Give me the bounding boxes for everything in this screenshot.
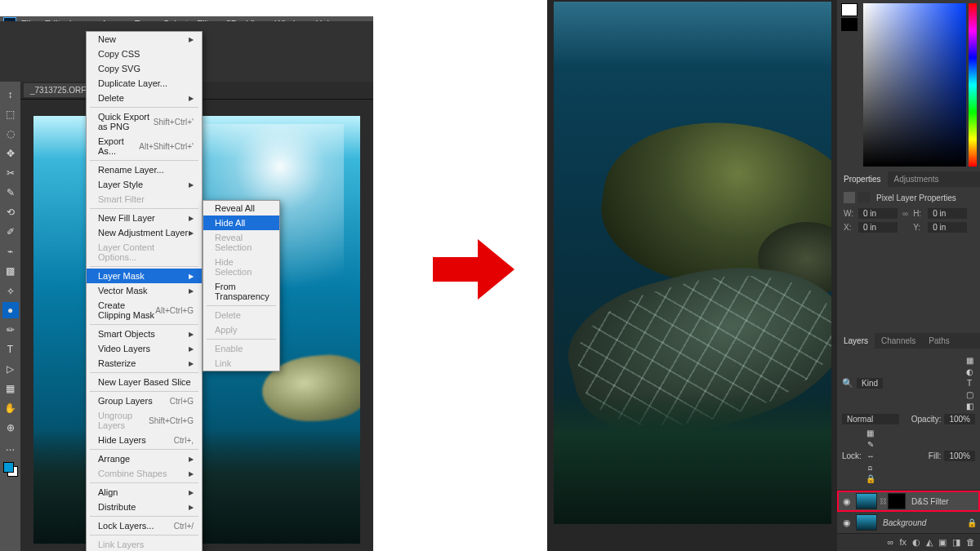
menu-item[interactable]: Group LayersCtrl+G — [87, 393, 202, 408]
tab-paths[interactable]: Paths — [922, 333, 956, 349]
layers-footer-icon[interactable]: ◨ — [952, 537, 960, 548]
tool-15[interactable]: ▦ — [2, 380, 19, 397]
tab-layers[interactable]: Layers — [837, 333, 875, 349]
mask-thumbnail[interactable] — [888, 493, 906, 509]
layer-fill-value[interactable]: 100% — [944, 451, 975, 461]
blend-mode-select[interactable]: Normal — [842, 414, 899, 424]
tool-14[interactable]: ▷ — [2, 361, 19, 377]
height-value[interactable]: 0 in — [928, 208, 967, 219]
tool-8[interactable]: ⌁ — [2, 243, 19, 260]
tab-adjustments[interactable]: Adjustments — [888, 171, 946, 187]
tool-17[interactable]: ⊕ — [2, 420, 19, 436]
menu-item: Link Layers — [87, 537, 202, 551]
menu-item[interactable]: Video Layers▶ — [87, 341, 202, 356]
layer-row[interactable]: ◉⛓D&S Filter — [837, 491, 980, 512]
layers-footer-icon[interactable]: fx — [899, 537, 906, 548]
menu-item[interactable]: Duplicate Layer... — [87, 76, 202, 91]
color-field[interactable] — [863, 3, 966, 167]
foreground-swatch[interactable] — [841, 3, 858, 16]
filter-type-icon[interactable]: ◐ — [964, 366, 975, 377]
menu-item[interactable]: New Fill Layer▶ — [87, 211, 202, 225]
lock-option-icon[interactable]: ✎ — [865, 438, 876, 450]
layers-footer-icon[interactable]: ◐ — [912, 537, 920, 548]
menu-item[interactable]: Copy CSS — [87, 47, 202, 61]
layer-opacity-value[interactable]: 100% — [944, 414, 975, 424]
filter-type-icon[interactable]: ◧ — [964, 400, 975, 411]
filter-type-icon[interactable]: ▦ — [964, 354, 975, 366]
layers-footer-icon[interactable]: 🗑 — [966, 537, 975, 548]
menu-item[interactable]: Quick Export as PNGShift+Ctrl+' — [87, 109, 202, 134]
layer-name[interactable]: Background — [880, 518, 967, 527]
menu-item[interactable]: Hide LayersCtrl+, — [87, 433, 202, 447]
tool-6[interactable]: ⟲ — [2, 204, 19, 220]
tool-13[interactable]: T — [2, 341, 19, 358]
layers-footer-icon[interactable]: ◭ — [926, 537, 933, 548]
y-value[interactable]: 0 in — [928, 222, 967, 233]
layer-name[interactable]: D&S Filter — [908, 497, 977, 506]
submenu-item[interactable]: Reveal All — [203, 201, 279, 216]
layers-footer-icon[interactable]: ▣ — [938, 537, 947, 548]
menu-item[interactable]: Smart Objects▶ — [87, 327, 202, 341]
menu-item[interactable]: Copy SVG — [87, 61, 202, 76]
tool-16[interactable]: ✋ — [2, 400, 19, 416]
lock-option-icon[interactable]: 🔒 — [865, 473, 876, 484]
tool-2[interactable]: ◌ — [2, 126, 19, 142]
tool-5[interactable]: ✎ — [2, 184, 19, 201]
layer-row[interactable]: ◉Background🔒 — [837, 512, 980, 533]
image-content — [554, 2, 831, 67]
submenu-item: Enable — [203, 341, 279, 356]
x-value[interactable]: 0 in — [858, 222, 898, 233]
tool-1[interactable]: ⬚ — [2, 106, 19, 122]
submenu-item[interactable]: Hide All — [203, 216, 279, 230]
tool-11[interactable]: ● — [2, 302, 19, 318]
tab-properties[interactable]: Properties — [837, 171, 888, 187]
visibility-icon[interactable]: ◉ — [840, 496, 853, 507]
layer-thumbnail[interactable] — [856, 493, 877, 509]
menu-item[interactable]: New Layer Based Slice — [87, 375, 202, 389]
menu-item[interactable]: Export As...Alt+Shift+Ctrl+' — [87, 134, 202, 158]
menu-item[interactable]: Arrange▶ — [87, 451, 202, 466]
link-wh-icon[interactable]: ∞ — [902, 209, 908, 218]
link-icon[interactable]: ⛓ — [880, 497, 888, 505]
width-value[interactable]: 0 in — [858, 208, 898, 219]
lock-option-icon[interactable]: ↔ — [865, 450, 876, 461]
search-icon[interactable]: 🔍 — [842, 378, 853, 389]
menu-item[interactable]: Align▶ — [87, 485, 202, 500]
tool-10[interactable]: ⟡ — [2, 282, 19, 299]
menu-item[interactable]: Create Clipping MaskAlt+Ctrl+G — [87, 298, 202, 322]
filter-type-icon[interactable]: ▢ — [964, 389, 975, 400]
tool-0[interactable]: ↕ — [2, 87, 19, 103]
hue-slider[interactable] — [969, 3, 977, 167]
menu-item[interactable]: Vector Mask▶ — [87, 283, 202, 298]
tab-channels[interactable]: Channels — [875, 333, 922, 349]
submenu-item[interactable]: From Transparency — [203, 279, 279, 304]
document-image-right[interactable] — [554, 2, 831, 524]
color-swatches[interactable] — [3, 462, 18, 477]
menu-item[interactable]: Rasterize▶ — [87, 356, 202, 371]
background-swatch[interactable] — [841, 18, 858, 31]
menu-item[interactable]: Rename Layer... — [87, 162, 202, 177]
lock-label: Lock: — [842, 451, 862, 460]
tool-3[interactable]: ✥ — [2, 145, 19, 162]
menu-item[interactable]: Layer Style▶ — [87, 177, 202, 192]
tool-18[interactable]: … — [2, 439, 19, 455]
menu-item[interactable]: New Adjustment Layer▶ — [87, 225, 202, 240]
visibility-icon[interactable]: ◉ — [840, 518, 853, 528]
layers-footer-icon[interactable]: ∞ — [888, 537, 894, 548]
tool-4[interactable]: ✂ — [2, 165, 19, 181]
tool-7[interactable]: ✐ — [2, 224, 19, 240]
menu-item[interactable]: Delete▶ — [87, 91, 202, 105]
menu-item[interactable]: Layer Mask▶ — [87, 269, 202, 283]
tool-9[interactable]: ▩ — [2, 263, 19, 279]
layer-thumbnail[interactable] — [856, 514, 877, 531]
menu-item[interactable]: New▶ — [87, 32, 202, 47]
menu-item: Combine Shapes▶ — [87, 466, 202, 481]
menu-item[interactable]: Distribute▶ — [87, 500, 202, 514]
menu-item[interactable]: Lock Layers...Ctrl+/ — [87, 518, 202, 533]
color-panel — [837, 0, 980, 171]
lock-option-icon[interactable]: ⩍ — [865, 461, 876, 473]
lock-option-icon[interactable]: ▦ — [865, 427, 876, 438]
tool-12[interactable]: ✏ — [2, 322, 19, 338]
filter-type-icon[interactable]: T — [964, 377, 975, 389]
filter-kind-select[interactable]: Kind — [857, 378, 883, 389]
